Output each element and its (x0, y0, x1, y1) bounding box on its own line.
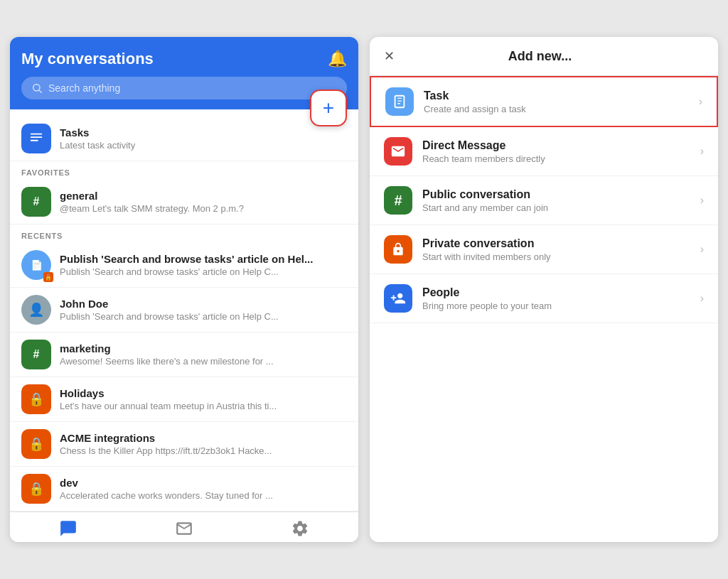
avatar: # (21, 340, 51, 369)
conv-info: marketing Awesome! Seems like there's a … (60, 342, 347, 367)
conv-name: dev (60, 477, 347, 489)
people-icon (384, 284, 412, 313)
search-bar[interactable]: Search anything (21, 77, 347, 99)
right-menu-list: Task Create and assign a task › Direct M… (370, 76, 718, 542)
list-item[interactable]: 👤 John Doe Publish 'Search and browse ta… (10, 288, 358, 332)
conv-name: John Doe (60, 298, 347, 310)
list-item[interactable]: 🔒 dev Accelerated cache works wonders. S… (10, 467, 358, 512)
menu-info: People Bring more people to your team (422, 286, 690, 311)
conv-sub: Chess Is the Killer App https://ift.tt/2… (60, 445, 347, 456)
menu-info: Direct Message Reach team members direct… (422, 139, 690, 164)
conv-name: ACME integrations (60, 432, 347, 444)
menu-title: Private conversation (422, 237, 690, 250)
menu-title: People (422, 286, 690, 299)
conv-sub: Awesome! Seems like there's a new milest… (60, 356, 347, 367)
conv-sub: Latest task activity (60, 140, 347, 151)
nav-contacts[interactable] (126, 519, 242, 538)
task-icon (385, 87, 414, 116)
list-item[interactable]: # marketing Awesome! Seems like there's … (10, 332, 358, 377)
conv-name: marketing (60, 342, 347, 355)
conv-info: John Doe Publish 'Search and browse task… (60, 298, 347, 322)
right-header: ✕ Add new... (370, 37, 718, 76)
conv-sub: Publish 'Search and browse tasks' articl… (60, 266, 347, 277)
svg-point-0 (33, 85, 40, 91)
menu-info: Public conversation Start and any member… (422, 188, 690, 213)
section-label-recents: RECENTS (10, 224, 358, 243)
avatar (21, 124, 51, 153)
conv-info: general @team Let's talk SMM strategy. M… (60, 190, 347, 214)
public-conversation-icon: # (384, 186, 412, 215)
menu-item-private-conversation[interactable]: Private conversation Start with invited … (370, 225, 718, 274)
bell-icon[interactable]: 🔔 (328, 50, 347, 68)
menu-sub: Create and assign a task (424, 104, 689, 114)
menu-item-people[interactable]: People Bring more people to your team › (370, 274, 718, 323)
screen-container: My conversations Search anything 🔔 + (0, 23, 728, 556)
list-item[interactable]: Tasks Latest task activity (10, 117, 358, 161)
svg-rect-2 (31, 134, 43, 135)
conv-name: Holidays (60, 387, 347, 399)
conv-name: Tasks (60, 126, 347, 139)
menu-item-task[interactable]: Task Create and assign a task › (370, 76, 718, 127)
menu-info: Task Create and assign a task (424, 90, 689, 114)
conv-info: Holidays Let's have our annual team meet… (60, 387, 347, 411)
chevron-right-icon: › (700, 243, 704, 256)
left-body: Tasks Latest task activity FAVORITES # g… (10, 109, 358, 512)
avatar: 🔒 (21, 474, 51, 504)
conv-info: Tasks Latest task activity (60, 126, 347, 151)
svg-rect-3 (31, 136, 43, 138)
add-button[interactable]: + (310, 90, 347, 126)
avatar: 🔒 (21, 429, 51, 459)
avatar: 👤 (21, 295, 51, 325)
svg-line-1 (39, 90, 42, 93)
conv-info: dev Accelerated cache works wonders. Sta… (60, 477, 347, 501)
menu-sub: Start and any member can join (422, 202, 690, 213)
avatar: # (21, 187, 51, 217)
conv-name: Publish 'Search and browse tasks' articl… (60, 253, 347, 265)
menu-info: Private conversation Start with invited … (422, 237, 690, 262)
chevron-right-icon: › (700, 145, 704, 158)
search-icon (31, 82, 43, 94)
search-placeholder: Search anything (48, 82, 120, 94)
bottom-nav (10, 512, 358, 542)
right-panel: ✕ Add new... Task Create and assign a ta (370, 37, 718, 542)
left-panel-title: My conversations (21, 50, 347, 68)
section-label-favorites: FAVORITES (10, 161, 358, 180)
conv-sub: Accelerated cache works wonders. Stay tu… (60, 490, 347, 501)
conv-sub: Let's have our annual team meetup in Aus… (60, 401, 347, 411)
conv-sub: Publish 'Search and browse tasks' articl… (60, 311, 347, 322)
list-item[interactable]: # general @team Let's talk SMM strategy.… (10, 180, 358, 224)
direct-message-icon (384, 137, 412, 166)
conv-name: general (60, 190, 347, 202)
chevron-right-icon: › (700, 194, 704, 207)
list-item[interactable]: 🔒 Holidays Let's have our annual team me… (10, 377, 358, 422)
chevron-right-icon: › (700, 292, 704, 305)
left-panel: My conversations Search anything 🔔 + (10, 37, 358, 542)
list-item[interactable]: 📄 🔒 Publish 'Search and browse tasks' ar… (10, 243, 358, 288)
menu-sub: Reach team members directly (422, 153, 690, 164)
menu-sub: Start with invited members only (422, 251, 690, 262)
badge: 🔒 (43, 272, 53, 282)
menu-item-public-conversation[interactable]: # Public conversation Start and any memb… (370, 176, 718, 225)
right-panel-title: Add new... (403, 49, 677, 64)
menu-sub: Bring more people to your team (422, 301, 690, 311)
svg-rect-4 (31, 140, 38, 141)
list-item[interactable]: 🔒 ACME integrations Chess Is the Killer … (10, 422, 358, 467)
menu-title: Task (424, 90, 689, 102)
conv-info: ACME integrations Chess Is the Killer Ap… (60, 432, 347, 456)
chevron-right-icon: › (699, 95, 702, 108)
nav-settings[interactable] (242, 519, 358, 538)
menu-title: Public conversation (422, 188, 690, 201)
private-conversation-icon (384, 235, 412, 264)
conv-sub: @team Let's talk SMM strategy. Mon 2 p.m… (60, 203, 347, 214)
left-header: My conversations Search anything 🔔 + (10, 37, 358, 109)
menu-title: Direct Message (422, 139, 690, 152)
close-button[interactable]: ✕ (384, 48, 395, 64)
nav-chat[interactable] (10, 519, 126, 538)
menu-item-direct-message[interactable]: Direct Message Reach team members direct… (370, 127, 718, 176)
conv-info: Publish 'Search and browse tasks' articl… (60, 253, 347, 277)
svg-rect-5 (395, 96, 405, 108)
avatar: 📄 🔒 (21, 250, 51, 280)
avatar: 🔒 (21, 384, 51, 414)
